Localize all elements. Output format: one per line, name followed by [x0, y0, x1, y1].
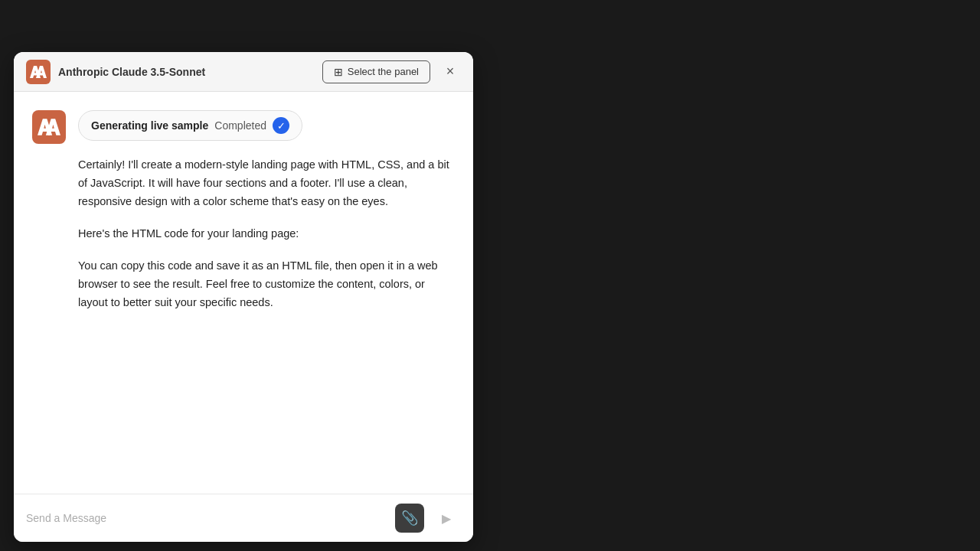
chat-window: Anthropic Claude 3.5-Sonnet ⊞ Select the…	[14, 52, 473, 542]
message-row: Generating live sample Completed ✓ Certa…	[32, 110, 455, 311]
status-value: Completed	[214, 119, 266, 132]
status-pill: Generating live sample Completed ✓	[78, 110, 302, 141]
message-body: Generating live sample Completed ✓ Certa…	[78, 110, 455, 311]
message-paragraph-3: You can copy this code and save it as an…	[78, 257, 455, 312]
select-panel-button[interactable]: ⊞ Select the panel	[322, 60, 430, 83]
attach-button[interactable]: 📎	[395, 504, 424, 533]
input-area: 📎 ▶	[14, 494, 473, 542]
attach-icon: 📎	[401, 510, 418, 527]
send-icon: ▶	[442, 511, 451, 526]
anthropic-logo-icon	[26, 60, 51, 84]
window-title: Anthropic Claude 3.5-Sonnet	[58, 66, 322, 78]
close-button[interactable]: ×	[439, 61, 461, 83]
message-text: Certainly! I'll create a modern-style la…	[78, 156, 455, 311]
select-panel-label: Select the panel	[348, 66, 419, 77]
send-button[interactable]: ▶	[432, 504, 461, 533]
chat-content: Generating live sample Completed ✓ Certa…	[14, 92, 473, 494]
message-paragraph-2: Here's the HTML code for your landing pa…	[78, 225, 455, 243]
close-icon: ×	[446, 64, 455, 80]
message-paragraph-1: Certainly! I'll create a modern-style la…	[78, 156, 455, 211]
completed-check-icon: ✓	[273, 117, 289, 134]
message-input[interactable]	[26, 506, 387, 530]
title-bar: Anthropic Claude 3.5-Sonnet ⊞ Select the…	[14, 52, 473, 92]
panel-icon: ⊞	[334, 66, 343, 78]
status-label: Generating live sample	[91, 119, 208, 132]
avatar	[32, 110, 66, 144]
